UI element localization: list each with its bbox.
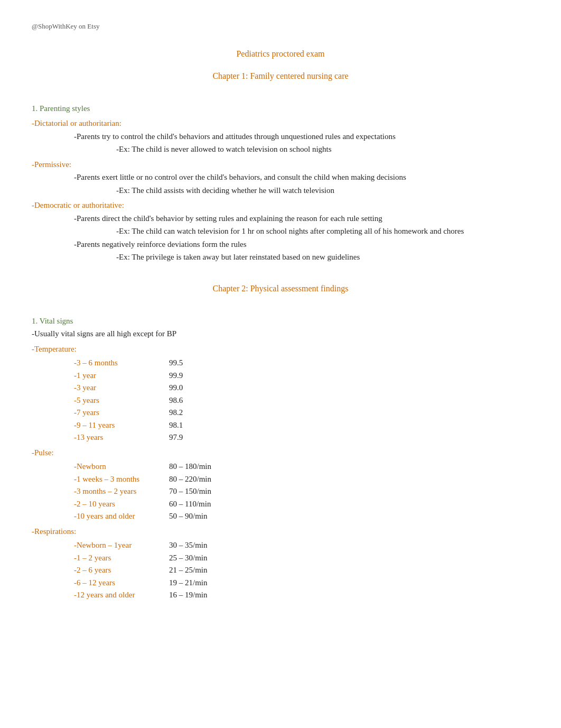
temp-value: 99.9 [169, 370, 183, 382]
table-row: -5 years98.6 [74, 394, 529, 407]
dictatorial-body1: -Parents try to control the child's beha… [74, 131, 529, 143]
resp-value: 16 – 19/min [169, 589, 208, 601]
table-row: -Newborn – 1year30 – 35/min [74, 539, 529, 551]
table-row: -9 – 11 years98.1 [74, 419, 529, 431]
temperature-table: -3 – 6 months99.5-1 year99.9-3 year99.0-… [74, 357, 529, 444]
pulse-value: 70 – 150/min [169, 485, 211, 497]
table-row: -1 weeks – 3 months80 – 220/min [74, 473, 529, 485]
chapter1-title: Chapter 1: Family centered nursing care [32, 70, 529, 82]
table-row: -1 – 2 years25 – 30/min [74, 552, 529, 564]
table-row: -6 – 12 years19 – 21/min [74, 577, 529, 589]
section1-heading: 1. Parenting styles [32, 103, 529, 115]
pulse-value: 50 – 90/min [169, 510, 208, 522]
permissive-heading: -Permissive: [32, 159, 529, 171]
table-row: -1 year99.9 [74, 370, 529, 382]
democratic-body2: -Parents negatively reinforce deviations… [74, 238, 529, 251]
democratic-body1: -Parents direct the child's behavior by … [74, 213, 529, 225]
temp-value: 98.2 [169, 407, 183, 419]
temp-label: -13 years [74, 431, 169, 444]
temp-label: -3 year [74, 382, 169, 394]
temp-value: 97.9 [169, 431, 183, 444]
temp-value: 99.0 [169, 382, 183, 394]
democratic-heading: -Democratic or authoritative: [32, 199, 529, 211]
temp-value: 98.6 [169, 394, 183, 407]
pulse-label: -3 months – 2 years [74, 485, 169, 497]
chapter2-title: Chapter 2: Physical assessment findings [32, 282, 529, 295]
temp-label: -1 year [74, 370, 169, 382]
watermark: @ShopWithKey on Etsy [32, 21, 529, 32]
resp-value: 19 – 21/min [169, 577, 208, 589]
pulse-value: 80 – 180/min [169, 460, 211, 473]
democratic-ex2: -Ex: The privilege is taken away but lat… [116, 251, 529, 263]
dictatorial-heading: -Dictatorial or authoritarian: [32, 117, 529, 130]
main-title: Pediatrics proctored exam [32, 48, 529, 60]
permissive-body1: -Parents exert little or no control over… [74, 171, 529, 183]
temp-label: -7 years [74, 407, 169, 419]
resp-label: -1 – 2 years [74, 552, 169, 564]
respirations-heading: -Respirations: [32, 526, 529, 538]
temp-value: 98.1 [169, 419, 183, 431]
pulse-value: 80 – 220/min [169, 473, 211, 485]
dictatorial-ex: -Ex: The child is never allowed to watch… [116, 143, 529, 155]
table-row: -3 months – 2 years70 – 150/min [74, 485, 529, 497]
temp-value: 99.5 [169, 357, 183, 369]
pulse-label: -1 weeks – 3 months [74, 473, 169, 485]
pulse-label: -Newborn [74, 460, 169, 473]
table-row: -10 years and older50 – 90/min [74, 510, 529, 522]
table-row: -2 – 6 years21 – 25/min [74, 564, 529, 576]
resp-value: 30 – 35/min [169, 539, 208, 551]
resp-label: -6 – 12 years [74, 577, 169, 589]
resp-label: -12 years and older [74, 589, 169, 601]
table-row: -3 – 6 months99.5 [74, 357, 529, 369]
pulse-label: -2 – 10 years [74, 498, 169, 510]
resp-value: 21 – 25/min [169, 564, 208, 576]
pulse-value: 60 – 110/min [169, 498, 211, 510]
table-row: -3 year99.0 [74, 382, 529, 394]
table-row: -2 – 10 years60 – 110/min [74, 498, 529, 510]
resp-value: 25 – 30/min [169, 552, 208, 564]
pulse-label: -10 years and older [74, 510, 169, 522]
respirations-table: -Newborn – 1year30 – 35/min-1 – 2 years2… [74, 539, 529, 601]
table-row: -12 years and older16 – 19/min [74, 589, 529, 601]
vitalsigns-intro: -Usually vital signs are all high except… [32, 328, 529, 340]
vitalsigns-heading: 1. Vital signs [32, 315, 529, 327]
permissive-ex: -Ex: The child assists with deciding whe… [116, 185, 529, 197]
table-row: -7 years98.2 [74, 407, 529, 419]
table-row: -13 years97.9 [74, 431, 529, 444]
resp-label: -Newborn – 1year [74, 539, 169, 551]
temp-label: -3 – 6 months [74, 357, 169, 369]
temp-label: -9 – 11 years [74, 419, 169, 431]
pulse-heading: -Pulse: [32, 447, 529, 459]
pulse-table: -Newborn80 – 180/min-1 weeks – 3 months8… [74, 460, 529, 522]
temperature-heading: -Temperature: [32, 343, 529, 355]
table-row: -Newborn80 – 180/min [74, 460, 529, 473]
temp-label: -5 years [74, 394, 169, 407]
democratic-ex1: -Ex: The child can watch television for … [116, 225, 529, 237]
resp-label: -2 – 6 years [74, 564, 169, 576]
